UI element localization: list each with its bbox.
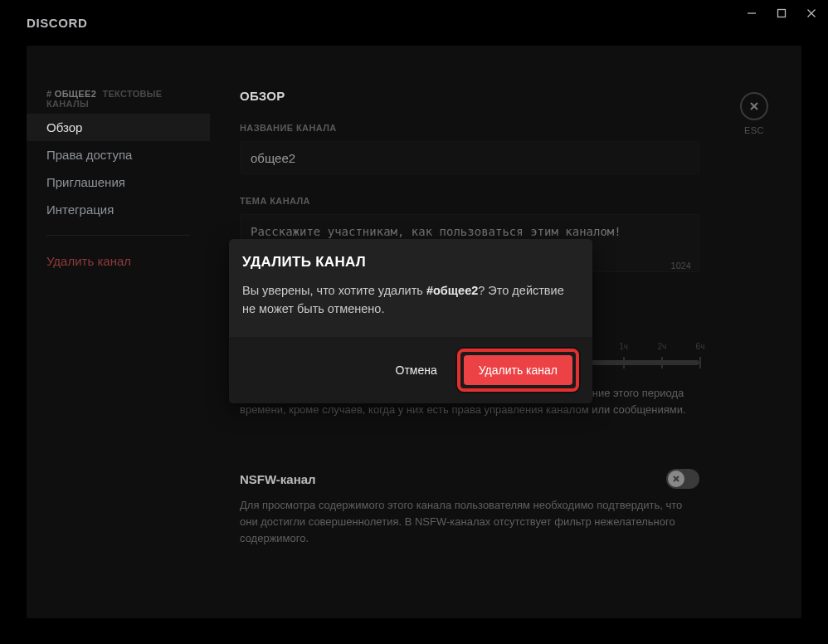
delete-channel-button[interactable]: Удалить канал: [464, 355, 572, 385]
window-controls: [745, 7, 818, 20]
maximize-icon[interactable]: [775, 7, 788, 20]
app-brand: DISCORD: [27, 16, 87, 30]
sidebar-separator: [46, 235, 190, 236]
nsfw-toggle[interactable]: [666, 469, 699, 489]
sidebar-item-invites[interactable]: Приглашения: [27, 168, 210, 196]
svg-rect-1: [778, 9, 786, 17]
modal-channel-name: #общее2: [426, 284, 478, 297]
close-settings: ESC: [740, 92, 768, 135]
channel-name-input[interactable]: [240, 141, 699, 174]
nsfw-desc: Для просмотра содержимого этого канала п…: [240, 497, 699, 547]
delete-channel-modal: УДАЛИТЬ КАНАЛ Вы уверены, что хотите уда…: [229, 239, 592, 403]
close-settings-button[interactable]: [740, 92, 768, 120]
titlebar: DISCORD: [0, 0, 828, 46]
nsfw-section: NSFW-канал Для просмотра содержимого это…: [240, 469, 699, 547]
section-title: ОБЗОР: [240, 89, 762, 103]
modal-title: УДАЛИТЬ КАНАЛ: [229, 239, 592, 271]
field-channel-name: НАЗВАНИЕ КАНАЛА: [240, 123, 762, 174]
app-window: DISCORD # ОБЩЕЕ2 ТЕКСТОВЫЕ КАНАЛЫ Обзор …: [0, 0, 828, 644]
modal-body-pre: Вы уверены, что хотите удалить: [242, 284, 426, 297]
channel-topic-label: ТЕМА КАНАЛА: [240, 196, 762, 206]
sidebar-item-permissions[interactable]: Права доступа: [27, 141, 210, 168]
toggle-knob: [668, 471, 684, 487]
settings-sidebar: # ОБЩЕЕ2 ТЕКСТОВЫЕ КАНАЛЫ Обзор Права до…: [27, 46, 210, 618]
channel-name-label: НАЗВАНИЕ КАНАЛА: [240, 123, 762, 133]
sidebar-item-delete-channel[interactable]: Удалить канал: [27, 247, 210, 275]
esc-label: ESC: [744, 125, 764, 135]
modal-footer: Отмена Удалить канал: [229, 337, 592, 403]
close-icon[interactable]: [805, 7, 818, 20]
sidebar-item-overview[interactable]: Обзор: [27, 114, 210, 141]
modal-body: Вы уверены, что хотите удалить #общее2? …: [229, 271, 592, 337]
sidebar-item-integrations[interactable]: Интеграция: [27, 196, 210, 223]
topic-char-counter: 1024: [671, 261, 691, 271]
minimize-icon[interactable]: [745, 7, 758, 20]
cancel-button[interactable]: Отмена: [389, 357, 444, 383]
sidebar-category: # ОБЩЕЕ2 ТЕКСТОВЫЕ КАНАЛЫ: [27, 89, 210, 114]
nsfw-title: NSFW-канал: [240, 472, 316, 486]
delete-button-highlight: Удалить канал: [457, 349, 579, 392]
